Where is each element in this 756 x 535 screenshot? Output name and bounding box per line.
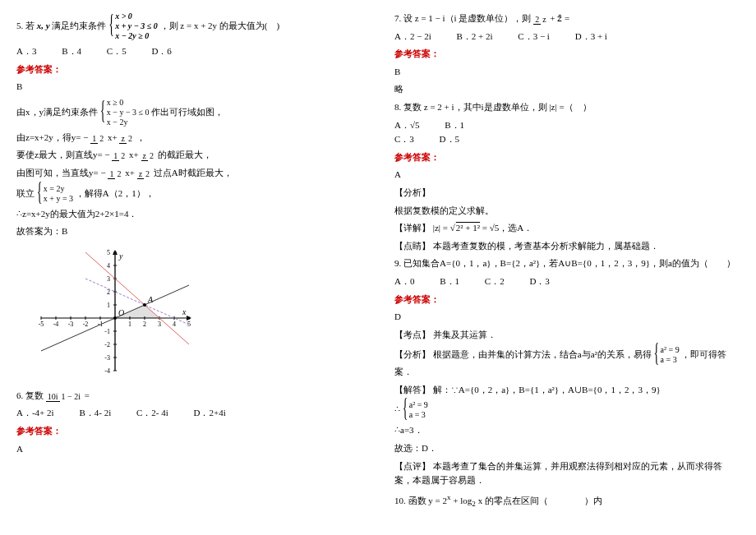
q5-exp1a: 由x，y满足约束条件: [16, 106, 98, 116]
q7-opt-a: A．2 − 2i: [394, 30, 431, 44]
q9-topic-text: 并集及其运算．: [433, 330, 496, 339]
svg-line-43: [85, 252, 189, 344]
frac-half-2: 12: [112, 151, 127, 160]
q9-sol2-brace: a² = 9 a = 3: [403, 400, 428, 420]
svg-text:3: 3: [107, 275, 110, 283]
frac-half-3: 12: [108, 169, 122, 178]
q5-tail: ，则 z = x + 2y 的最大值为( ): [160, 21, 280, 30]
q8-anal-label: 【分析】: [394, 186, 740, 201]
q9-anal-label: 【分析】: [394, 349, 431, 359]
q8-det-pre: |z| =: [433, 223, 450, 233]
q8-answer: A: [394, 168, 740, 182]
q9-answer-label: 参考答案：: [394, 293, 740, 307]
svg-text:1: 1: [128, 321, 131, 328]
q7-stem: 7. 设 z = 1 − i（i 是虚数单位），则 2z + z̄ =: [394, 12, 740, 26]
q8-opt-d: D．5: [440, 132, 459, 147]
q9-sol-label: 【解答】: [394, 385, 431, 394]
q5-exp3: 要使z最大，则直线y= − 12 x+ z2 的截距最大，: [16, 148, 362, 163]
q7-answer-label: 参考答案：: [394, 47, 740, 62]
q8-ps-label: 【点睛】: [394, 241, 431, 251]
q5-constraint-brace: x > 0 x + y − 3 ≤ 0 x − 2y ≥ 0: [108, 12, 158, 41]
right-column: 7. 设 z = 1 − i（i 是虚数单位），则 2z + z̄ = A．2 …: [378, 0, 756, 535]
q5-exp1: 由x，y满足约束条件 x ≥ 0 x − y − 3 ≤ 0 x − 2y 作出…: [16, 98, 362, 127]
svg-text:-4: -4: [104, 367, 110, 375]
svg-text:y: y: [118, 251, 123, 261]
q7-opt-d: D．3 + i: [575, 30, 607, 44]
q6-answer: A: [16, 442, 362, 457]
q8-options-row1: A．√5 B．1: [394, 118, 740, 133]
q5-answer-label: 参考答案：: [16, 62, 362, 77]
q5-c2: x + y − 3 ≤ 0: [115, 21, 158, 31]
q5-answer: B: [16, 80, 362, 95]
q9-anal: 【分析】 根据题意，由并集的计算方法，结合a与a²的关系，易得 a² = 9 a…: [394, 345, 740, 380]
q6-opt-b: B．4- 2i: [79, 406, 111, 421]
q9-sol4: 故选：D．: [394, 441, 740, 456]
svg-text:5: 5: [107, 249, 110, 256]
q9-ps-label: 【点评】: [394, 461, 431, 471]
q9-ps: 【点评】 本题考查了集合的并集运算，并用观察法得到相对应的元素，从而求得答案，本…: [394, 459, 740, 488]
svg-text:1: 1: [107, 302, 110, 309]
q7-frac: 2z: [533, 15, 547, 24]
svg-text:-4: -4: [53, 321, 59, 328]
q5-exp2: 由z=x+2y，得y= − 12 x+ z2 ，: [16, 131, 362, 145]
q6-frac: 10i1 − 2i: [46, 392, 82, 401]
q5-options: A．3 B．4 C．5 D．6: [16, 44, 362, 59]
q9-sol2: ∴ a² = 9 a = 3: [394, 400, 740, 420]
q10-pre: 10. 函数 y = 2: [394, 496, 447, 505]
feasible-region-chart: -5-4-3-2-112345-4-3-2-112345AOxy: [33, 244, 362, 384]
q5-vars: x, y: [37, 21, 50, 30]
left-column: 5. 若 x, y 满足约束条件 x > 0 x + y − 3 ≤ 0 x −…: [0, 0, 378, 535]
q6-answer-label: 参考答案：: [16, 424, 362, 439]
svg-text:-1: -1: [104, 328, 110, 335]
q9-anal-r2: a = 3: [661, 355, 680, 365]
q9-topic: 【考点】 并集及其运算．: [394, 328, 740, 343]
q7-note: 略: [394, 82, 740, 97]
chart-svg: -5-4-3-2-112345-4-3-2-112345AOxy: [33, 244, 197, 384]
q5-exp2-post: ，: [136, 132, 145, 142]
svg-text:-5: -5: [39, 321, 44, 328]
q8-ps: 【点睛】 本题考查复数的模，考查基本分析求解能力，属基础题．: [394, 239, 740, 254]
q9-anal-r1: a² = 9: [661, 345, 680, 355]
frac-z2-1: z2: [119, 134, 133, 143]
q9-sol1: 【解答】 解：∵A={0，2，a}，B={1，a²}，A∪B={0，1，2，3，…: [394, 383, 740, 398]
q7-options: A．2 − 2i B．2 + 2i C．3 − i D．3 + i: [394, 30, 740, 44]
q5-exp5-brace: x = 2y x + y = 3: [37, 184, 73, 204]
q8-options-row2: C．3 D．5: [394, 132, 740, 147]
q8-ps-text: 本题考查复数的模，考查基本分析求解能力，属基础题．: [433, 241, 659, 251]
q5-exp2-mid: x+: [108, 132, 118, 142]
svg-text:x: x: [182, 307, 187, 316]
q5-exp4-mid: x+: [125, 168, 135, 178]
q5-exp4: 由图可知，当直线y= − 12 x+ z2 过点A时截距最大，: [16, 166, 362, 181]
q5-opt-d: D．6: [151, 44, 171, 59]
q9-opt-d: D．3: [529, 274, 549, 289]
svg-text:A: A: [147, 295, 154, 304]
q6-post: =: [85, 390, 90, 400]
q9-opt-b: B．1: [440, 274, 459, 289]
q5-opt-c: C．5: [107, 44, 127, 59]
q8-detail: 【详解】 |z| = √2² + 1² = √5，选A．: [394, 221, 740, 236]
q9-sol3: ∴a=3．: [394, 423, 740, 438]
q5-exp4-post: 过点A时截距最大，: [154, 168, 233, 178]
q5-exp6: ∴z=x+2y的最大值为2+2×1=4．: [16, 207, 362, 222]
q6-opt-d: D．2+4i: [194, 406, 226, 421]
q8-det-label: 【详解】: [394, 223, 431, 233]
q5-exp3-pre: 要使z最大，则直线y= −: [16, 150, 112, 159]
frac-z2-3: z2: [137, 169, 151, 178]
q9-ps-text: 本题考查了集合的并集运算，并用观察法得到相对应的元素，从而求得答案，本题属于容易…: [394, 461, 722, 486]
q7-opt-c: C．3 − i: [518, 30, 550, 44]
q7-mid: + z̄ =: [550, 13, 569, 23]
svg-text:-2: -2: [104, 341, 110, 348]
q5-exp1-r3: x − 2y: [107, 118, 150, 127]
svg-point-49: [113, 316, 117, 320]
q8-det-post: = √5，选A．: [482, 223, 532, 233]
q5-prefix: 5. 若: [16, 21, 35, 30]
svg-text:-3: -3: [104, 354, 110, 362]
q5-exp1-r1: x ≥ 0: [107, 98, 150, 108]
q10-sup: x: [447, 493, 451, 501]
q6-stem: 6. 复数 10i1 − 2i =: [16, 389, 362, 404]
q8-anal: 根据复数模的定义求解。: [394, 204, 740, 219]
q9-stem: 9. 已知集合A={0，1，a}，B={2，a²}，若A∪B={0，1，2，3，…: [394, 256, 740, 271]
q7-pre: 7. 设 z = 1 − i（i 是虚数单位），则: [394, 13, 533, 23]
q5-exp1-r2: x − y − 3 ≤ 0: [107, 108, 150, 118]
q5-exp2-pre: 由z=x+2y，得y= −: [16, 132, 90, 142]
